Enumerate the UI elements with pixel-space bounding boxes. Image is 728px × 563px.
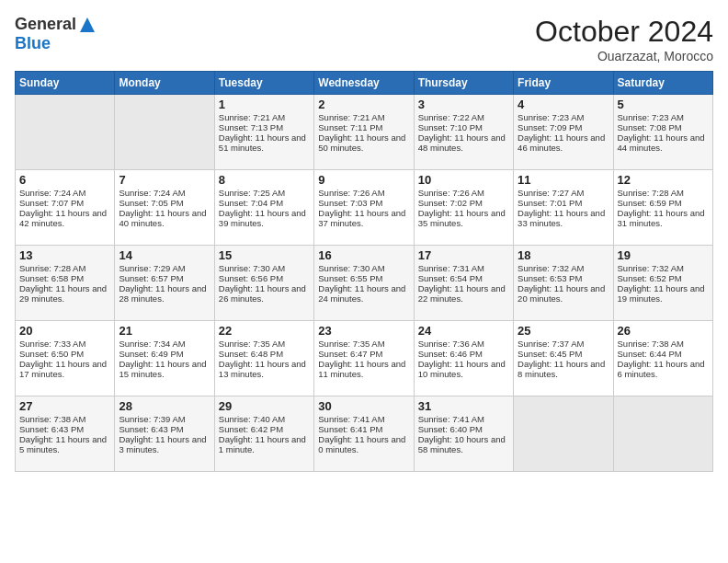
weekday-header: Saturday xyxy=(613,72,712,95)
day-number: 7 xyxy=(119,173,210,187)
calendar-cell: 11Sunrise: 7:27 AMSunset: 7:01 PMDayligh… xyxy=(514,170,613,246)
daylight: Daylight: 11 hours and 24 minutes. xyxy=(318,283,405,304)
sunrise: Sunrise: 7:33 AM xyxy=(19,339,85,349)
calendar-cell: 22Sunrise: 7:35 AMSunset: 6:48 PMDayligh… xyxy=(214,321,313,396)
daylight: Daylight: 11 hours and 5 minutes. xyxy=(19,434,107,454)
daylight: Daylight: 11 hours and 17 minutes. xyxy=(19,359,107,379)
calendar-week-row: 20Sunrise: 7:33 AMSunset: 6:50 PMDayligh… xyxy=(16,321,713,396)
sunrise: Sunrise: 7:22 AM xyxy=(418,112,484,122)
calendar-cell: 26Sunrise: 7:38 AMSunset: 6:44 PMDayligh… xyxy=(613,321,712,396)
sunrise: Sunrise: 7:25 AM xyxy=(219,188,285,198)
sunset: Sunset: 6:43 PM xyxy=(19,424,84,434)
logo-blue-text: Blue xyxy=(15,34,51,53)
daylight: Daylight: 11 hours and 26 minutes. xyxy=(219,283,306,304)
day-number: 15 xyxy=(219,248,310,262)
day-number: 11 xyxy=(518,173,609,187)
day-number: 6 xyxy=(19,173,110,187)
weekday-header: Wednesday xyxy=(314,72,414,95)
svg-marker-0 xyxy=(80,17,95,32)
day-number: 25 xyxy=(518,324,609,338)
sunset: Sunset: 6:52 PM xyxy=(618,273,682,283)
day-number: 4 xyxy=(518,98,609,111)
sunset: Sunset: 6:42 PM xyxy=(219,424,283,434)
sunrise: Sunrise: 7:41 AM xyxy=(318,414,384,424)
calendar-cell: 31Sunrise: 7:41 AMSunset: 6:40 PMDayligh… xyxy=(414,396,513,472)
calendar-table: SundayMondayTuesdayWednesdayThursdayFrid… xyxy=(15,71,713,472)
sunrise: Sunrise: 7:40 AM xyxy=(219,414,285,424)
day-number: 27 xyxy=(19,399,110,413)
sunset: Sunset: 6:53 PM xyxy=(518,273,582,283)
sunset: Sunset: 6:44 PM xyxy=(618,349,682,359)
day-number: 30 xyxy=(318,399,409,413)
sunset: Sunset: 7:13 PM xyxy=(219,122,283,132)
calendar-cell: 6Sunrise: 7:24 AMSunset: 7:07 PMDaylight… xyxy=(16,170,115,246)
calendar-cell xyxy=(115,95,214,170)
daylight: Daylight: 11 hours and 20 minutes. xyxy=(518,283,605,304)
calendar-cell: 20Sunrise: 7:33 AMSunset: 6:50 PMDayligh… xyxy=(16,321,115,396)
daylight: Daylight: 11 hours and 13 minutes. xyxy=(219,359,306,379)
sunrise: Sunrise: 7:23 AM xyxy=(518,112,584,122)
sunset: Sunset: 7:09 PM xyxy=(518,122,582,132)
sunrise: Sunrise: 7:27 AM xyxy=(518,188,584,198)
sunrise: Sunrise: 7:28 AM xyxy=(19,263,85,273)
daylight: Daylight: 11 hours and 11 minutes. xyxy=(318,359,405,379)
sunset: Sunset: 7:08 PM xyxy=(618,122,682,132)
daylight: Daylight: 11 hours and 10 minutes. xyxy=(418,359,506,379)
sunset: Sunset: 6:56 PM xyxy=(219,273,283,283)
sunrise: Sunrise: 7:32 AM xyxy=(618,263,684,273)
daylight: Daylight: 10 hours and 58 minutes. xyxy=(418,434,506,454)
header: General Blue October 2024 Ouarzazat, Mor… xyxy=(15,15,713,63)
weekday-header: Friday xyxy=(514,72,613,95)
day-number: 26 xyxy=(618,324,709,338)
sunset: Sunset: 6:59 PM xyxy=(618,198,682,208)
sunset: Sunset: 6:41 PM xyxy=(318,424,382,434)
sunset: Sunset: 6:58 PM xyxy=(19,273,84,283)
weekday-header: Sunday xyxy=(16,72,115,95)
daylight: Daylight: 11 hours and 42 minutes. xyxy=(19,208,107,228)
sunset: Sunset: 6:47 PM xyxy=(318,349,382,359)
day-number: 31 xyxy=(418,399,509,413)
sunset: Sunset: 7:10 PM xyxy=(418,122,483,132)
sunrise: Sunrise: 7:32 AM xyxy=(518,263,584,273)
sunrise: Sunrise: 7:30 AM xyxy=(219,263,285,273)
weekday-header: Thursday xyxy=(414,72,513,95)
daylight: Daylight: 11 hours and 46 minutes. xyxy=(518,132,605,153)
weekday-header: Tuesday xyxy=(214,72,313,95)
calendar-cell: 27Sunrise: 7:38 AMSunset: 6:43 PMDayligh… xyxy=(16,396,115,472)
day-number: 19 xyxy=(618,248,709,262)
month-title: October 2024 xyxy=(535,15,713,49)
daylight: Daylight: 11 hours and 0 minutes. xyxy=(318,434,405,454)
sunset: Sunset: 6:43 PM xyxy=(119,424,183,434)
calendar-week-row: 6Sunrise: 7:24 AMSunset: 7:07 PMDaylight… xyxy=(16,170,713,246)
sunrise: Sunrise: 7:21 AM xyxy=(318,112,384,122)
calendar-cell: 19Sunrise: 7:32 AMSunset: 6:52 PMDayligh… xyxy=(613,246,712,321)
sunrise: Sunrise: 7:35 AM xyxy=(318,339,384,349)
daylight: Daylight: 11 hours and 1 minute. xyxy=(219,434,306,454)
daylight: Daylight: 11 hours and 6 minutes. xyxy=(618,359,705,379)
calendar-cell: 21Sunrise: 7:34 AMSunset: 6:49 PMDayligh… xyxy=(115,321,214,396)
calendar-cell: 2Sunrise: 7:21 AMSunset: 7:11 PMDaylight… xyxy=(314,95,414,170)
calendar-cell: 17Sunrise: 7:31 AMSunset: 6:54 PMDayligh… xyxy=(414,246,513,321)
weekday-header-row: SundayMondayTuesdayWednesdayThursdayFrid… xyxy=(16,72,713,95)
day-number: 12 xyxy=(618,173,709,187)
daylight: Daylight: 11 hours and 50 minutes. xyxy=(318,132,405,153)
sunrise: Sunrise: 7:21 AM xyxy=(219,112,285,122)
daylight: Daylight: 11 hours and 48 minutes. xyxy=(418,132,506,153)
location: Ouarzazat, Morocco xyxy=(535,49,713,63)
sunset: Sunset: 7:04 PM xyxy=(219,198,283,208)
sunrise: Sunrise: 7:34 AM xyxy=(119,339,185,349)
daylight: Daylight: 11 hours and 15 minutes. xyxy=(119,359,206,379)
sunset: Sunset: 6:57 PM xyxy=(119,273,183,283)
daylight: Daylight: 11 hours and 28 minutes. xyxy=(119,283,206,304)
sunrise: Sunrise: 7:30 AM xyxy=(318,263,384,273)
daylight: Daylight: 11 hours and 22 minutes. xyxy=(418,283,506,304)
calendar-week-row: 1Sunrise: 7:21 AMSunset: 7:13 PMDaylight… xyxy=(16,95,713,170)
daylight: Daylight: 11 hours and 8 minutes. xyxy=(518,359,605,379)
sunset: Sunset: 6:40 PM xyxy=(418,424,483,434)
calendar-cell: 24Sunrise: 7:36 AMSunset: 6:46 PMDayligh… xyxy=(414,321,513,396)
day-number: 17 xyxy=(418,248,509,262)
calendar-cell xyxy=(514,396,613,472)
calendar-cell xyxy=(613,396,712,472)
day-number: 28 xyxy=(119,399,210,413)
day-number: 20 xyxy=(19,324,110,338)
